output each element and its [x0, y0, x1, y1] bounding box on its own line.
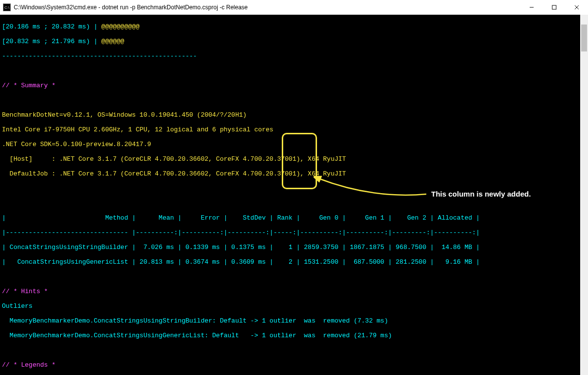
histogram-bar: @@@@@@	[101, 38, 124, 45]
histogram-line: [20.186 ms ; 20.832 ms) |	[2, 23, 101, 30]
window-controls	[520, 0, 588, 15]
hint-line: MemoryBenchmarkerDemo.ConcatStringsUsing…	[2, 317, 588, 325]
summary-header: // * Summary *	[2, 82, 588, 89]
histogram-line: [20.832 ms ; 21.796 ms) |	[2, 38, 101, 45]
cmd-icon: C:\	[3, 3, 11, 11]
histogram-bar: @@@@@@@@@@	[101, 23, 140, 30]
env-line: .NET Core SDK=5.0.100-preview.8.20417.9	[2, 141, 588, 148]
svg-rect-1	[552, 5, 556, 9]
table-row: | ConcatStringsUsingStringBuilder | 7.02…	[2, 244, 588, 251]
table-separator: |-------------------------------- |-----…	[2, 229, 588, 236]
maximize-button[interactable]	[543, 0, 565, 15]
hints-header: // * Hints *	[2, 288, 588, 295]
env-line: Intel Core i7-9750H CPU 2.60GHz, 1 CPU, …	[2, 126, 588, 133]
legends-header: // * Legends *	[2, 361, 588, 369]
table-header: | Method | Mean | Error | StdDev | Rank …	[2, 214, 588, 222]
env-line: [Host] : .NET Core 3.1.7 (CoreCLR 4.700.…	[2, 155, 588, 163]
env-line: BenchmarkDotNet=v0.12.1, OS=Windows 10.0…	[2, 111, 588, 119]
vertical-scrollbar[interactable]	[580, 15, 588, 375]
env-line: DefaultJob : .NET Core 3.1.7 (CoreCLR 4.…	[2, 170, 588, 177]
titlebar-left: C:\ C:\Windows\System32\cmd.exe - dotnet…	[3, 3, 248, 11]
minimize-button[interactable]	[520, 0, 543, 15]
titlebar[interactable]: C:\ C:\Windows\System32\cmd.exe - dotnet…	[0, 0, 588, 15]
scrollbar-thumb[interactable]	[581, 25, 587, 51]
close-button[interactable]	[565, 0, 588, 15]
outliers-label: Outliers	[2, 302, 588, 310]
terminal-body[interactable]: [20.186 ms ; 20.832 ms) | @@@@@@@@@@ [20…	[0, 15, 588, 375]
window-title: C:\Windows\System32\cmd.exe - dotnet run…	[14, 4, 248, 11]
hint-line: MemoryBenchmarkerDemo.ConcatStringsUsing…	[2, 332, 588, 339]
table-row: | ConcatStringsUsingGenericList | 20.813…	[2, 258, 588, 266]
annotation-label: This column is newly added.	[431, 190, 531, 198]
cmd-window: C:\ C:\Windows\System32\cmd.exe - dotnet…	[0, 0, 588, 375]
divider-line: ----------------------------------------…	[2, 52, 588, 60]
